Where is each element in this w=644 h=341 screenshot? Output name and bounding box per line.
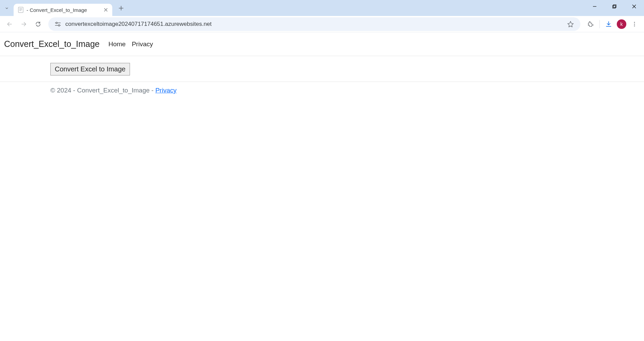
- close-icon: [104, 8, 108, 12]
- page-navbar: Convert_Excel_to_Image Home Privacy: [0, 32, 644, 56]
- svg-point-10: [59, 24, 60, 26]
- page-footer: © 2024 - Convert_Excel_to_Image - Privac…: [0, 82, 644, 94]
- browser-toolbar: k: [0, 16, 644, 32]
- tab-close-button[interactable]: [103, 7, 109, 13]
- new-tab-button[interactable]: [116, 3, 127, 14]
- chevron-down-icon: [4, 6, 9, 11]
- svg-rect-0: [18, 7, 23, 13]
- footer-privacy-link[interactable]: Privacy: [155, 87, 177, 94]
- nav-back-button[interactable]: [3, 18, 16, 30]
- star-icon: [567, 21, 574, 28]
- tab-title: - Convert_Excel_to_Image: [27, 7, 101, 13]
- bookmark-button[interactable]: [565, 19, 576, 29]
- address-bar[interactable]: [48, 17, 580, 31]
- profile-avatar-button[interactable]: k: [617, 19, 626, 29]
- close-icon: [632, 4, 636, 8]
- toolbar-divider: [599, 20, 600, 28]
- browser-tab[interactable]: - Convert_Excel_to_Image: [14, 4, 112, 16]
- maximize-icon: [612, 4, 616, 8]
- extensions-button[interactable]: [584, 18, 597, 30]
- search-tabs-button[interactable]: [3, 4, 11, 12]
- profile-initial: k: [621, 21, 623, 27]
- site-info-button[interactable]: [53, 19, 63, 29]
- svg-point-13: [634, 25, 635, 26]
- window-maximize-button[interactable]: [605, 0, 624, 13]
- kebab-menu-icon: [631, 21, 638, 27]
- svg-rect-5: [613, 5, 615, 8]
- nav-link-privacy[interactable]: Privacy: [132, 40, 153, 48]
- page-favicon-icon: [18, 7, 24, 13]
- arrow-right-icon: [21, 21, 27, 27]
- footer-copyright: © 2024 - Convert_Excel_to_Image -: [50, 87, 155, 94]
- browser-chrome: - Convert_Excel_to_Image: [0, 0, 644, 32]
- minimize-icon: [593, 4, 597, 8]
- svg-point-11: [634, 22, 635, 23]
- tab-strip: - Convert_Excel_to_Image: [0, 0, 644, 16]
- arrow-left-icon: [6, 21, 13, 27]
- nav-link-home[interactable]: Home: [109, 40, 126, 48]
- page-content: Convert_Excel_to_Image Home Privacy Conv…: [0, 32, 644, 94]
- window-controls: [585, 0, 644, 13]
- browser-menu-button[interactable]: [628, 18, 641, 30]
- nav-forward-button[interactable]: [18, 18, 30, 30]
- download-icon: [605, 21, 612, 28]
- window-close-button[interactable]: [624, 0, 644, 13]
- page-body: Convert Excel to Image: [0, 56, 644, 82]
- svg-point-8: [56, 22, 57, 23]
- brand-link[interactable]: Convert_Excel_to_Image: [4, 39, 100, 49]
- url-input[interactable]: [65, 21, 565, 28]
- plus-icon: [119, 6, 123, 11]
- convert-button[interactable]: Convert Excel to Image: [50, 63, 130, 75]
- window-minimize-button[interactable]: [585, 0, 605, 13]
- nav-reload-button[interactable]: [32, 18, 44, 30]
- svg-point-12: [634, 23, 635, 24]
- downloads-button[interactable]: [602, 18, 615, 30]
- svg-rect-6: [613, 5, 616, 7]
- reload-icon: [35, 21, 41, 27]
- site-tune-icon: [54, 21, 61, 27]
- puzzle-icon: [587, 21, 594, 28]
